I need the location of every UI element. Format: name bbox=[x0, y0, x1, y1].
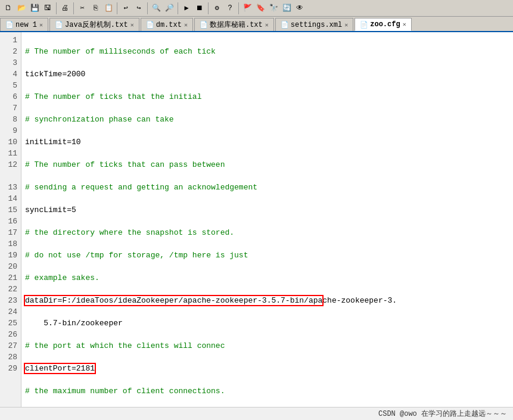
tab-new1[interactable]: 📄 new 1 ✕ bbox=[0, 18, 48, 31]
print-icon[interactable]: 🖨 bbox=[59, 2, 71, 14]
line-15: # the maximum number of client connectio… bbox=[25, 385, 509, 397]
ln-26: 26 bbox=[2, 329, 17, 340]
sync-icon[interactable]: 🔄 bbox=[281, 2, 293, 14]
ln-29: 29 bbox=[2, 363, 17, 374]
ln-14: 14 bbox=[2, 193, 17, 204]
sep6 bbox=[208, 2, 209, 14]
ln-15: 15 bbox=[2, 204, 17, 216]
tab-new1-label: new 1 bbox=[15, 21, 37, 29]
ln-27: 27 bbox=[2, 340, 17, 351]
save-icon[interactable]: 💾 bbox=[29, 2, 41, 14]
line-4: # synchronization phase can take bbox=[25, 114, 509, 125]
open-icon[interactable]: 📂 bbox=[15, 2, 27, 14]
line-2: tickTime=2000 bbox=[25, 69, 509, 80]
ln-23: 23 bbox=[2, 295, 17, 306]
tab-db-label: 数据库秘籍.txt bbox=[210, 20, 263, 30]
save-all-icon[interactable]: 🖫 bbox=[42, 2, 54, 14]
line-numbers: 1 2 3 4 5 6 7 8 9 10 11 12 13 14 15 16 1… bbox=[0, 32, 21, 407]
ln-11: 11 bbox=[2, 148, 17, 159]
sep4 bbox=[147, 2, 148, 14]
run-icon[interactable]: ▶ bbox=[181, 2, 192, 14]
tab-db-close[interactable]: ✕ bbox=[265, 21, 269, 29]
copy-icon[interactable]: ⎘ bbox=[89, 2, 101, 14]
tab-zoo-icon: 📄 bbox=[360, 21, 368, 29]
sep7 bbox=[238, 2, 239, 14]
tab-settings-label: settings.xml bbox=[291, 21, 342, 29]
ln-5: 5 bbox=[2, 80, 17, 91]
status-text: CSDN @owo 在学习的路上走越远～～～ bbox=[378, 409, 507, 419]
ln-12b bbox=[2, 170, 17, 182]
line-7: # sending a request and getting an ackno… bbox=[25, 182, 509, 193]
line-1: # The number of milliseconds of each tic… bbox=[25, 46, 509, 57]
cut-icon[interactable]: ✂ bbox=[76, 2, 88, 14]
settings-icon[interactable]: ⚙ bbox=[211, 2, 223, 14]
sep3 bbox=[117, 2, 117, 14]
tab-java-label: Java反射机制.txt bbox=[65, 20, 128, 30]
ln-28: 28 bbox=[2, 351, 17, 363]
sep2 bbox=[73, 2, 74, 14]
zoom-icon[interactable]: 🔭 bbox=[268, 2, 279, 14]
editor-area: 1 2 3 4 5 6 7 8 9 10 11 12 13 14 15 16 1… bbox=[0, 32, 513, 407]
line-8: syncLimit=5 bbox=[25, 204, 509, 216]
tab-settings-close[interactable]: ✕ bbox=[344, 21, 348, 29]
ln-20: 20 bbox=[2, 261, 17, 272]
line-14: clientPort=2181 bbox=[25, 363, 509, 374]
undo-icon[interactable]: ↩ bbox=[120, 2, 132, 14]
new-file-icon[interactable]: 🗋 bbox=[2, 2, 14, 14]
help-icon[interactable]: ? bbox=[224, 2, 236, 14]
tab-dm-label: dm.txt bbox=[156, 21, 182, 29]
ln-4: 4 bbox=[2, 69, 17, 80]
stop-icon[interactable]: ⏹ bbox=[194, 2, 206, 14]
line-5: initLimit=10 bbox=[25, 136, 509, 148]
line-12: dataDir=F:/ideaToos/ideaZookeeper/apache… bbox=[25, 295, 509, 306]
datadir-highlight: dataDir=F:/ideaToos/ideaZookeeper/apache… bbox=[25, 296, 322, 305]
tab-bar: 📄 new 1 ✕ 📄 Java反射机制.txt ✕ 📄 dm.txt ✕ 📄 … bbox=[0, 17, 513, 32]
tab-dm-close[interactable]: ✕ bbox=[184, 21, 188, 29]
ln-16: 16 bbox=[2, 216, 17, 227]
tab-java-icon: 📄 bbox=[55, 21, 63, 29]
find-icon[interactable]: 🔍 bbox=[150, 2, 162, 14]
line-10: # do not use /tmp for storage, /tmp here… bbox=[25, 250, 509, 261]
clientport-highlight: clientPort=2181 bbox=[25, 364, 95, 373]
ln-9: 9 bbox=[2, 125, 17, 136]
ln-24: 24 bbox=[2, 306, 17, 318]
sep5 bbox=[178, 2, 178, 14]
tab-db[interactable]: 📄 数据库秘籍.txt ✕ bbox=[194, 18, 274, 31]
line-11: # example sakes. bbox=[25, 272, 509, 284]
tab-java-close[interactable]: ✕ bbox=[130, 21, 134, 29]
ln-17: 17 bbox=[2, 227, 17, 238]
ln-6: 6 bbox=[2, 91, 17, 102]
paste-icon[interactable]: 📋 bbox=[102, 2, 114, 14]
tab-new1-icon: 📄 bbox=[5, 21, 14, 29]
status-bar: CSDN @owo 在学习的路上走越远～～～ bbox=[0, 407, 513, 420]
line-3: # The number of ticks that the initial bbox=[25, 91, 509, 102]
view-icon[interactable]: 👁 bbox=[294, 2, 306, 14]
toolbar: 🗋 📂 💾 🖫 🖨 ✂ ⎘ 📋 ↩ ↪ 🔍 🔎 ▶ ⏹ ⚙ ? 🚩 🔖 🔭 🔄 … bbox=[0, 0, 513, 17]
tab-zoo-close[interactable]: ✕ bbox=[403, 21, 406, 28]
line-9: # the directory where the snapshot is st… bbox=[25, 227, 509, 238]
tab-settings-icon: 📄 bbox=[281, 21, 289, 29]
flag-icon[interactable]: 🚩 bbox=[241, 2, 253, 14]
zoom-in-icon[interactable]: 🔎 bbox=[163, 2, 175, 14]
code-editor[interactable]: # The number of milliseconds of each tic… bbox=[21, 32, 513, 407]
tab-settings[interactable]: 📄 settings.xml ✕ bbox=[275, 18, 353, 31]
tab-zoo-label: zoo.cfg bbox=[370, 20, 400, 29]
ln-18: 18 bbox=[2, 238, 17, 250]
ln-22: 22 bbox=[2, 284, 17, 295]
bookmark-icon[interactable]: 🔖 bbox=[254, 2, 266, 14]
ln-13: 13 bbox=[2, 182, 17, 193]
ln-2: 2 bbox=[2, 46, 17, 57]
tab-java[interactable]: 📄 Java反射机制.txt ✕ bbox=[49, 18, 139, 31]
tab-dm-icon: 📄 bbox=[146, 21, 154, 29]
line-13: # the port at which the clients will con… bbox=[25, 340, 509, 351]
ln-1: 1 bbox=[2, 35, 17, 46]
line-12-cont: 5.7-bin/zookeeper bbox=[25, 318, 509, 329]
tab-zoo[interactable]: 📄 zoo.cfg ✕ bbox=[355, 18, 411, 31]
redo-icon[interactable]: ↪ bbox=[133, 2, 145, 14]
ln-21: 21 bbox=[2, 272, 17, 284]
ln-25: 25 bbox=[2, 318, 17, 329]
ln-7: 7 bbox=[2, 102, 17, 114]
ln-10: 10 bbox=[2, 136, 17, 148]
tab-dm[interactable]: 📄 dm.txt ✕ bbox=[141, 18, 193, 31]
tab-new1-close[interactable]: ✕ bbox=[39, 21, 43, 29]
